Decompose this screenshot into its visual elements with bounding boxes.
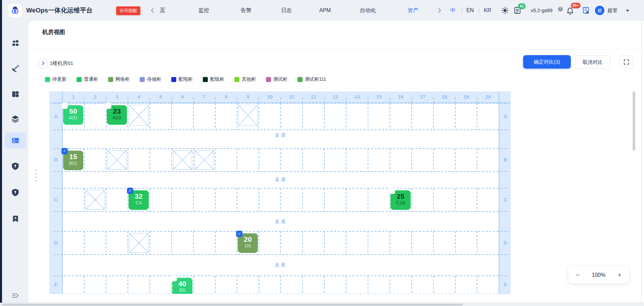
horizontal-scrollbar-track[interactable] <box>0 303 644 306</box>
sidebar-item-bookmark-plus[interactable] <box>5 211 26 227</box>
ruler-separator <box>477 98 477 103</box>
cell-separator <box>171 188 172 212</box>
cell-separator <box>149 276 150 294</box>
lang-EN[interactable]: EN <box>466 0 474 21</box>
legend-label: 网络柜 <box>116 76 130 82</box>
rack-E6[interactable]: 40E6 <box>172 278 192 294</box>
cell-separator <box>346 231 347 255</box>
nav-item-监控[interactable]: 监控 <box>198 0 209 21</box>
cell-separator <box>411 276 412 294</box>
report-icon[interactable] <box>582 6 590 14</box>
cell-separator <box>128 276 128 294</box>
cell-separator <box>455 149 456 171</box>
vertical-scrollbar-thumb[interactable] <box>633 91 635 151</box>
room-expander-button[interactable] <box>38 59 48 68</box>
cell-separator <box>346 276 347 294</box>
row-letter-left: D <box>49 240 62 245</box>
cell-separator <box>324 231 325 255</box>
asset-rack-icon <box>11 137 19 144</box>
rack-checkbox[interactable] <box>389 188 395 194</box>
sidebar-item-shield-key[interactable] <box>5 158 26 174</box>
rack-checkbox-checked[interactable]: ✓ <box>127 188 133 194</box>
version-help-icon[interactable]: ? <box>558 7 563 11</box>
nav-item-告警[interactable]: 告警 <box>241 0 251 21</box>
rack-name: E6 <box>172 288 192 293</box>
shield-key2-icon <box>12 189 19 196</box>
rack-C4[interactable]: 32C4✓ <box>129 190 149 210</box>
row-letter-right: A <box>499 113 511 119</box>
cell-separator <box>302 103 303 130</box>
notifications-count-badge: 99+ <box>571 3 581 8</box>
horizontal-scrollbar-thumb[interactable] <box>2 304 463 306</box>
cell-separator <box>215 103 216 130</box>
aisle-label: 走道 <box>275 262 286 268</box>
sidebar-item-shield-key2[interactable] <box>5 184 26 200</box>
legend-item-网络柜: 网络柜 <box>108 76 130 82</box>
sidebar <box>2 21 29 306</box>
zoom-in-button[interactable]: + <box>618 272 622 278</box>
nav-scroll-left-icon[interactable] <box>149 7 156 14</box>
nav-item-页[interactable]: 页 <box>160 0 165 21</box>
cell-separator <box>324 276 325 294</box>
legend-swatch <box>45 77 50 82</box>
zoom-out-button[interactable]: − <box>576 272 580 278</box>
cell-separator <box>302 188 303 212</box>
theme-sun-icon[interactable] <box>501 6 509 14</box>
rack-C16[interactable]: 25C16 <box>390 190 411 210</box>
rack-checkbox[interactable] <box>61 103 68 109</box>
sidebar-item-asset-rack[interactable] <box>5 132 26 149</box>
apps-icon <box>12 40 19 47</box>
rack-name: B01 <box>63 160 83 166</box>
cell-separator <box>193 276 194 294</box>
legend-label: 其他柜 <box>242 76 256 82</box>
row-letter-right: C <box>499 197 511 202</box>
ruler-separator <box>346 98 347 103</box>
fullscreen-button[interactable] <box>619 55 633 69</box>
rack-checkbox[interactable] <box>171 275 177 281</box>
sidebar-item-dashboard[interactable] <box>5 86 26 102</box>
user-avatar[interactable]: 超 <box>595 6 604 15</box>
nav-item-日志[interactable]: 日志 <box>281 0 292 21</box>
ruler-separator <box>149 98 150 103</box>
lang-中[interactable]: 中 <box>450 0 456 21</box>
rack-D9[interactable]: 20D9✓ <box>238 233 258 253</box>
confirm-compare-button[interactable]: 确定对比(3) <box>523 55 571 69</box>
rack-A03[interactable]: 23A03 <box>107 105 127 125</box>
sidebar-item-monitor-dish[interactable] <box>5 61 26 77</box>
user-menu-caret-icon[interactable] <box>626 10 629 12</box>
cell-separator <box>171 149 172 171</box>
rack-B01[interactable]: 15B01✓ <box>63 151 83 170</box>
legend-swatch <box>203 77 208 82</box>
nav-item-资产[interactable]: 资产 <box>408 0 418 21</box>
cancel-compare-button[interactable]: 取消对比 <box>575 55 610 69</box>
nav-item-自动化[interactable]: 自动化 <box>360 0 376 21</box>
cell-separator <box>455 103 456 130</box>
nav-scroll-right-icon[interactable] <box>436 7 443 14</box>
cell-separator <box>215 231 216 255</box>
sidebar-collapse-icon[interactable] <box>10 292 20 300</box>
row-dashed-line <box>53 171 509 172</box>
sidebar-item-apps[interactable] <box>5 35 26 51</box>
cell-separator <box>193 103 194 130</box>
cell-separator <box>84 276 85 294</box>
cell-separator <box>280 276 281 294</box>
rack-checkbox[interactable] <box>105 103 111 109</box>
cell-separator <box>455 231 456 255</box>
version-label: v5.2-ga99 <box>531 0 553 21</box>
nav-item-APM[interactable]: APM <box>319 0 331 21</box>
lang-KR[interactable]: KR <box>484 0 491 21</box>
empty-slot-x <box>195 150 214 170</box>
rack-checkbox-checked[interactable]: ✓ <box>61 148 68 154</box>
rack-A01[interactable]: 50A01 <box>63 105 83 125</box>
weops-logo[interactable] <box>8 4 22 17</box>
cell-separator <box>193 231 194 255</box>
sidebar-item-layers[interactable] <box>5 111 26 127</box>
license-alert-badge[interactable]: 许可提醒 <box>116 6 140 15</box>
rack-checkbox-checked[interactable]: ✓ <box>236 231 242 237</box>
cell-separator <box>477 103 477 130</box>
legend-item-配电柜: 配电柜 <box>171 76 193 82</box>
user-name[interactable]: 超管 <box>607 0 617 21</box>
cell-separator <box>237 188 237 212</box>
panel-resize-handle[interactable] <box>35 170 38 181</box>
cell-separator <box>128 149 128 171</box>
